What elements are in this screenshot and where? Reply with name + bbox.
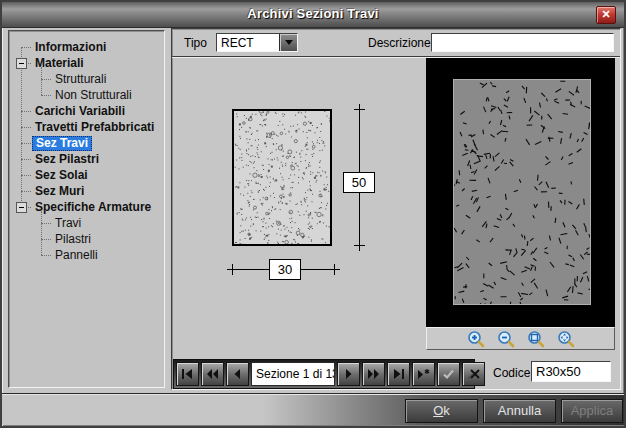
ok-button[interactable]: Ok [405, 399, 478, 423]
combo-dropdown-button[interactable] [279, 34, 297, 51]
sidebar-item-label: Strutturali [52, 71, 109, 87]
sidebar-item-pannelli[interactable]: Pannelli [52, 247, 101, 263]
codice-label: Codice [493, 366, 530, 380]
sidebar-item-sez-muri[interactable]: Sez Muri [32, 183, 87, 199]
sidebar-item-label: Non Strutturali [52, 87, 135, 103]
tree-connector-stub [21, 191, 31, 192]
sidebar-item-informazioni[interactable]: Informazioni [32, 39, 109, 55]
category-tree: InformazioniMaterialiStrutturaliNon Stru… [9, 37, 164, 387]
sidebar-item-label: Sez Solai [32, 167, 91, 183]
sidebar-item-travi[interactable]: Travi [52, 215, 84, 231]
section-editor-panel: Tipo RECT Descrizione 50 30 [171, 28, 621, 390]
sidebar-item-label: Carichi Variabili [32, 103, 128, 119]
sidebar-item-label: Pannelli [52, 247, 101, 263]
title-bar[interactable]: Archivi Sezioni Travi ✕ [2, 2, 624, 28]
tree-connector-stub [41, 79, 51, 80]
section-preview-viewport[interactable] [426, 58, 615, 327]
nav-prev-button[interactable] [226, 362, 249, 386]
descrizione-input[interactable] [431, 33, 614, 52]
sidebar-item-pilastri[interactable]: Pilastri [52, 231, 94, 247]
sidebar-item-label: Sez Travi [32, 136, 92, 151]
tree-connector-line [41, 67, 42, 95]
sidebar-item-label: Pilastri [52, 231, 94, 247]
sidebar-item-non-strutturali[interactable]: Non Strutturali [52, 87, 135, 103]
sidebar-item-label: Materiali [32, 55, 87, 71]
sidebar-item-label: Travetti Prefabbricati [32, 119, 157, 135]
tree-connector-stub [21, 159, 31, 160]
applica-button[interactable]: Applica [561, 399, 623, 423]
sidebar-item-label: Travi [52, 215, 84, 231]
dim-tick-icon [354, 240, 365, 251]
zoom-extents-icon[interactable] [556, 330, 576, 348]
section-drawing [232, 109, 332, 246]
section-preview-shape [453, 79, 591, 305]
tipo-label: Tipo [184, 36, 207, 50]
sidebar-item-strutturali[interactable]: Strutturali [52, 71, 109, 87]
tree-collapse-icon[interactable] [16, 202, 27, 213]
sidebar-item-label: Informazioni [32, 39, 109, 55]
nav-first-button[interactable] [176, 362, 199, 386]
tree-connector-stub [41, 255, 51, 256]
tree-connector-stub [21, 175, 31, 176]
sidebar-item-label: Sez Pilastri [32, 151, 102, 167]
chevron-down-icon [285, 40, 293, 45]
dim-tick-icon [354, 104, 365, 115]
dialog-button-bar: Ok Annulla Applica [2, 393, 624, 425]
codice-input[interactable] [531, 361, 611, 382]
dim-tick-icon [227, 264, 238, 275]
category-tree-panel: InformazioniMaterialiStrutturaliNon Stru… [8, 30, 165, 388]
tree-collapse-icon[interactable] [16, 58, 27, 69]
sidebar-item-specifiche-armature[interactable]: Specifiche Armature [32, 199, 154, 215]
tree-connector-line [41, 211, 42, 255]
concrete-texture [234, 111, 330, 244]
record-navigator: Sezione 1 di 13 [173, 359, 475, 389]
nav-fast-prev-button[interactable] [201, 362, 224, 386]
zoom-in-icon[interactable] [466, 330, 486, 348]
nav-last-button[interactable] [387, 362, 410, 386]
annulla-button[interactable]: Annulla [483, 399, 556, 423]
nav-next-button[interactable] [337, 362, 360, 386]
zoom-window-icon[interactable] [526, 330, 546, 348]
sidebar-item-sez-travi[interactable]: Sez Travi [32, 135, 92, 151]
tipo-value: RECT [217, 36, 279, 50]
sidebar-item-label: Specifiche Armature [32, 199, 154, 215]
sidebar-item-sez-pilastri[interactable]: Sez Pilastri [32, 151, 102, 167]
tree-connector-stub [21, 111, 31, 112]
nav-insert-button[interactable] [412, 362, 435, 386]
nav-fast-next-button[interactable] [362, 362, 385, 386]
tree-connector-stub [41, 95, 51, 96]
dialog-archivi-sezioni-travi: Archivi Sezioni Travi ✕ InformazioniMate… [0, 0, 626, 428]
zoom-toolbar [426, 327, 615, 350]
nav-cancel-button[interactable] [462, 362, 485, 386]
tipo-combobox[interactable]: RECT [216, 33, 298, 52]
sidebar-item-carichi-variabili[interactable]: Carichi Variabili [32, 103, 128, 119]
sidebar-item-label: Sez Muri [32, 183, 87, 199]
width-dimension-value: 30 [269, 259, 301, 280]
tree-connector-stub [41, 239, 51, 240]
record-position: Sezione 1 di 13 [251, 362, 335, 386]
tree-connector-stub [41, 223, 51, 224]
sidebar-item-materiali[interactable]: Materiali [32, 55, 87, 71]
dim-tick-icon [329, 264, 340, 275]
type-description-strip: Tipo RECT Descrizione [172, 29, 620, 56]
tree-connector-stub [21, 127, 31, 128]
close-icon[interactable]: ✕ [596, 6, 616, 24]
tree-connector-stub [21, 143, 31, 144]
tree-connector-stub [21, 47, 31, 48]
aggregate-texture [454, 80, 590, 304]
sidebar-item-travetti-prefabbricati[interactable]: Travetti Prefabbricati [32, 119, 157, 135]
zoom-out-icon[interactable] [496, 330, 516, 348]
sidebar-item-sez-solai[interactable]: Sez Solai [32, 167, 91, 183]
descrizione-label: Descrizione [368, 36, 431, 50]
dialog-title: Archivi Sezioni Travi [2, 6, 624, 21]
height-dimension-value: 50 [343, 172, 375, 193]
nav-confirm-button[interactable] [437, 362, 460, 386]
